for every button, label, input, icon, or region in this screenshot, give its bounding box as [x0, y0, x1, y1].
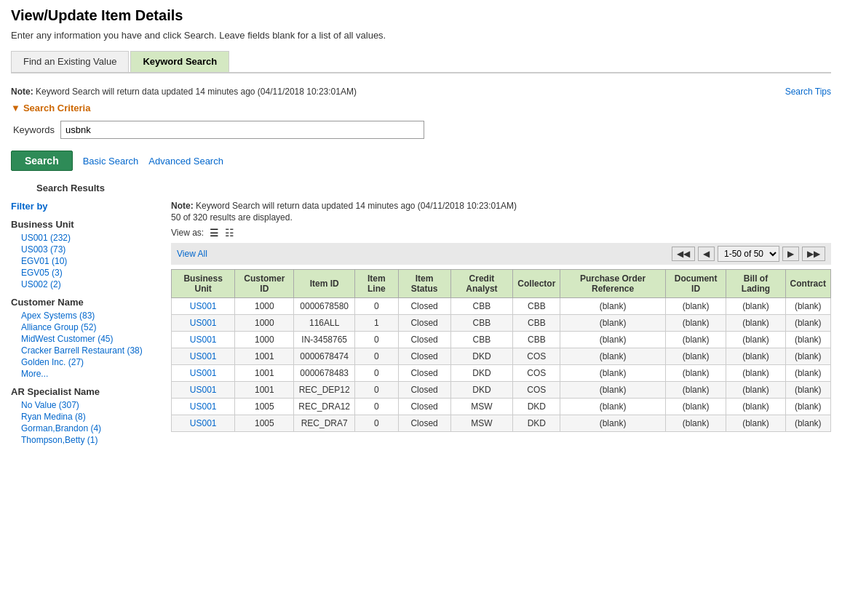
last-page-button[interactable]: ▶▶ — [802, 247, 825, 261]
tabs-container: Find an Existing Value Keyword Search — [11, 51, 831, 73]
note-text: Keyword Search will return data updated … — [36, 87, 357, 97]
col-header-document-id: Document ID — [665, 270, 726, 298]
cell-bill-of-lading: (blank) — [726, 332, 785, 348]
table-row: US001100000006785800ClosedCBBCBB(blank)(… — [172, 298, 831, 315]
cell-item-id: 0000678474 — [294, 348, 355, 365]
cell-item-status: Closed — [398, 298, 450, 315]
tab-keyword-search[interactable]: Keyword Search — [130, 51, 229, 72]
cell-po-ref: (blank) — [560, 332, 665, 348]
cell-po-ref: (blank) — [560, 298, 665, 315]
table-row: US001100100006784830ClosedDKDCOS(blank)(… — [172, 365, 831, 382]
cell-item-line: 0 — [355, 365, 399, 382]
col-header-item-status: Item Status — [398, 270, 450, 298]
results-table: Business Unit Customer ID Item ID Item L… — [171, 269, 831, 432]
filter-item-bu-1[interactable]: US001 (232) — [21, 233, 160, 243]
search-criteria-header[interactable]: ▼ Search Criteria — [11, 103, 831, 113]
filter-item-bu-3[interactable]: EGV01 (10) — [21, 256, 160, 266]
cell-po-ref: (blank) — [560, 415, 665, 432]
cell-contract: (blank) — [785, 399, 830, 415]
cell-item-line: 0 — [355, 332, 399, 348]
tab-find-existing[interactable]: Find an Existing Value — [11, 51, 129, 72]
cell-doc-id: (blank) — [665, 415, 726, 432]
cell-business-unit-link[interactable]: US001 — [190, 301, 217, 311]
table-row: US0011000116ALL1ClosedCBBCBB(blank)(blan… — [172, 315, 831, 332]
col-header-contract: Contract — [785, 270, 830, 298]
filter-item-bu-4[interactable]: EGV05 (3) — [21, 268, 160, 278]
keywords-input[interactable] — [60, 121, 424, 139]
next-page-button[interactable]: ▶ — [782, 247, 799, 261]
filter-more-customer[interactable]: More... — [21, 369, 160, 379]
filter-item-ar-1[interactable]: No Value (307) — [21, 400, 160, 410]
cell-contract: (blank) — [785, 298, 830, 315]
col-header-collector: Collector — [513, 270, 560, 298]
pagination-row: View All ◀◀ ◀ 1-50 of 50 ▶ ▶▶ — [171, 243, 831, 265]
cell-business-unit: US001 — [172, 382, 235, 399]
filter-item-cust-4[interactable]: Cracker Barrell Restaurant (38) — [21, 345, 160, 356]
cell-business-unit: US001 — [172, 348, 235, 365]
cell-po-ref: (blank) — [560, 315, 665, 332]
filter-item-bu-2[interactable]: US003 (73) — [21, 244, 160, 255]
results-note: Note: Keyword Search will return data up… — [171, 201, 831, 211]
cell-credit-analyst: CBB — [450, 315, 513, 332]
cell-item-id: IN-3458765 — [294, 332, 355, 348]
cell-bill-of-lading: (blank) — [726, 399, 785, 415]
filter-item-cust-3[interactable]: MidWest Customer (45) — [21, 334, 160, 344]
cell-bill-of-lading: (blank) — [726, 315, 785, 332]
cell-business-unit-link[interactable]: US001 — [190, 351, 217, 361]
cell-collector: CBB — [513, 315, 560, 332]
cell-item-status: Closed — [398, 315, 450, 332]
advanced-search-link[interactable]: Advanced Search — [148, 156, 223, 167]
cell-business-unit: US001 — [172, 365, 235, 382]
cell-business-unit: US001 — [172, 399, 235, 415]
cell-doc-id: (blank) — [665, 399, 726, 415]
cell-customer-id: 1001 — [235, 365, 294, 382]
filter-item-ar-2[interactable]: Ryan Medina (8) — [21, 412, 160, 422]
cell-customer-id: 1001 — [235, 382, 294, 399]
cell-item-status: Closed — [398, 415, 450, 432]
prev-page-button[interactable]: ◀ — [698, 247, 715, 261]
cell-credit-analyst: CBB — [450, 298, 513, 315]
cell-contract: (blank) — [785, 415, 830, 432]
cell-business-unit-link[interactable]: US001 — [190, 335, 217, 345]
view-all-link[interactable]: View All — [177, 249, 207, 259]
first-page-button[interactable]: ◀◀ — [672, 247, 695, 261]
grid-view-icon[interactable]: ☷ — [225, 227, 234, 239]
cell-business-unit-link[interactable]: US001 — [190, 401, 217, 412]
filter-item-bu-5[interactable]: US002 (2) — [21, 279, 160, 289]
cell-item-id: REC_DRA12 — [294, 399, 355, 415]
collapse-icon: ▼ — [11, 103, 20, 113]
table-row: US0011005REC_DRA70ClosedMSWDKD(blank)(bl… — [172, 415, 831, 432]
cell-doc-id: (blank) — [665, 382, 726, 399]
list-view-icon[interactable]: ☰ — [210, 227, 219, 239]
filter-by-label: Filter by — [11, 201, 160, 212]
cell-po-ref: (blank) — [560, 382, 665, 399]
pagination-controls: ◀◀ ◀ 1-50 of 50 ▶ ▶▶ — [672, 246, 825, 262]
cell-business-unit-link[interactable]: US001 — [190, 318, 217, 328]
keywords-row: Keywords — [11, 121, 831, 139]
cell-customer-id: 1005 — [235, 399, 294, 415]
cell-contract: (blank) — [785, 365, 830, 382]
cell-credit-analyst: MSW — [450, 415, 513, 432]
cell-po-ref: (blank) — [560, 399, 665, 415]
filter-item-ar-3[interactable]: Gorman,Brandon (4) — [21, 423, 160, 433]
cell-item-id: REC_DRA7 — [294, 415, 355, 432]
cell-collector: DKD — [513, 399, 560, 415]
cell-bill-of-lading: (blank) — [726, 348, 785, 365]
cell-contract: (blank) — [785, 315, 830, 332]
cell-bill-of-lading: (blank) — [726, 415, 785, 432]
basic-search-link[interactable]: Basic Search — [83, 156, 139, 167]
search-tips-link[interactable]: Search Tips — [785, 87, 831, 97]
filter-item-cust-5[interactable]: Golden Inc. (27) — [21, 357, 160, 367]
filter-item-ar-4[interactable]: Thompson,Betty (1) — [21, 435, 160, 445]
cell-business-unit-link[interactable]: US001 — [190, 368, 217, 378]
filter-item-cust-2[interactable]: Alliance Group (52) — [21, 322, 160, 332]
search-button[interactable]: Search — [11, 151, 73, 171]
cell-business-unit: US001 — [172, 332, 235, 348]
cell-business-unit-link[interactable]: US001 — [190, 385, 217, 395]
cell-business-unit-link[interactable]: US001 — [190, 418, 217, 428]
page-select[interactable]: 1-50 of 50 — [718, 246, 779, 262]
filter-item-cust-1[interactable]: Apex Systems (83) — [21, 311, 160, 321]
cell-collector: DKD — [513, 415, 560, 432]
cell-po-ref: (blank) — [560, 348, 665, 365]
col-header-credit-analyst: Credit Analyst — [450, 270, 513, 298]
